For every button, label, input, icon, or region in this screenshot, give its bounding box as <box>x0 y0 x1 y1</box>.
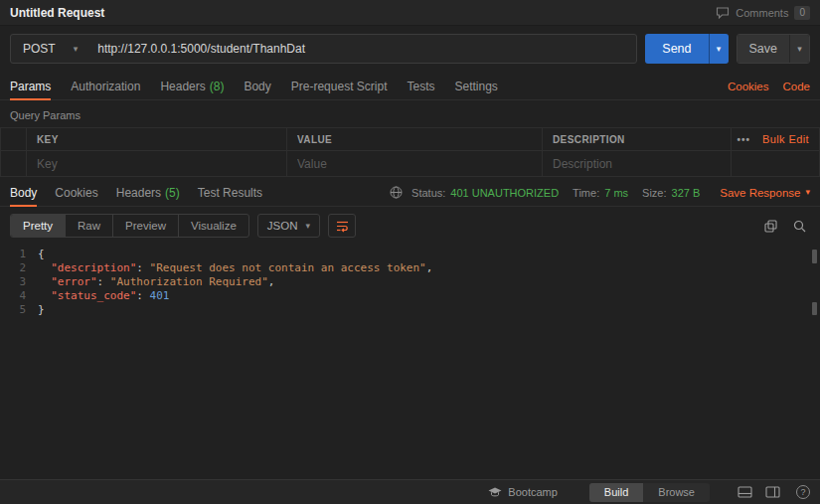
save-response-button[interactable]: Save Response ▾ <box>720 187 810 199</box>
query-params-table: KEY VALUE DESCRIPTION ••• Bulk Edit <box>0 127 820 177</box>
view-raw-tab[interactable]: Raw <box>65 215 112 237</box>
status-value: 401 UNAUTHORIZED <box>450 187 559 199</box>
line-number: 3 <box>0 275 38 289</box>
code-lines: 1{2 "description": "Request does not con… <box>0 248 820 317</box>
build-tab[interactable]: Build <box>589 483 643 502</box>
request-title-bar: Untitled Request Comments 0 <box>0 0 820 26</box>
table-header-row: KEY VALUE DESCRIPTION ••• Bulk Edit <box>1 128 820 151</box>
wrap-text-icon <box>336 220 349 233</box>
response-tab-headers[interactable]: Headers (5) <box>116 179 180 206</box>
response-tab-test-results[interactable]: Test Results <box>198 179 262 206</box>
comments-button[interactable]: Comments 0 <box>716 6 810 20</box>
headers-count: (8) <box>210 80 225 93</box>
comments-label: Comments <box>736 7 788 19</box>
chevron-down-icon: ▾ <box>805 188 810 197</box>
response-actions <box>764 220 810 233</box>
time-value: 7 ms <box>604 187 628 199</box>
code-line: 4 "status_code": 401 <box>0 289 820 303</box>
footer-icons <box>738 486 780 498</box>
comments-count-badge: 0 <box>794 6 810 20</box>
line-number: 5 <box>0 303 38 317</box>
send-button[interactable]: Send <box>645 34 708 64</box>
row-select-column-header <box>1 128 27 151</box>
code-text: "error": "Authorization Required", <box>38 275 274 289</box>
response-tab-body[interactable]: Body <box>10 179 37 206</box>
code-line: 5} <box>0 303 820 317</box>
code-line: 2 "description": "Request does not conta… <box>0 261 820 275</box>
copy-response-button[interactable] <box>764 220 777 233</box>
size-label: Size: <box>642 187 666 199</box>
line-number: 4 <box>0 289 38 303</box>
param-description-input[interactable] <box>553 157 721 171</box>
row-actions-cell <box>732 151 820 177</box>
key-column-header: KEY <box>27 128 287 151</box>
code-text: } <box>38 303 45 317</box>
format-select[interactable]: JSON ▾ <box>257 214 320 238</box>
code-link[interactable]: Code <box>783 81 811 92</box>
response-toolbar: Pretty Raw Preview Visualize JSON ▾ <box>0 207 820 245</box>
response-body-editor: 1{2 "description": "Request does not con… <box>0 245 820 479</box>
status-label: Status: <box>411 187 445 199</box>
view-pretty-tab[interactable]: Pretty <box>11 215 65 237</box>
comment-icon <box>716 7 730 19</box>
code-text: { <box>38 248 45 261</box>
tab-params[interactable]: Params <box>10 74 51 99</box>
chevron-down-icon: ▾ <box>74 45 79 54</box>
code-line: 1{ <box>0 248 820 261</box>
network-info-icon[interactable] <box>390 186 403 199</box>
save-options-button[interactable]: ▾ <box>789 35 809 63</box>
console-panel-icon[interactable] <box>738 486 752 498</box>
response-view-switcher: Pretty Raw Preview Visualize <box>10 214 249 238</box>
tab-body[interactable]: Body <box>244 74 270 99</box>
search-response-button[interactable] <box>793 220 806 233</box>
line-number: 2 <box>0 261 38 275</box>
bootcamp-button[interactable]: Bootcamp <box>488 486 558 498</box>
method-select[interactable]: POST ▾ <box>11 42 89 56</box>
send-button-group: Send ▾ <box>645 34 728 64</box>
more-actions-icon[interactable]: ••• <box>737 134 750 145</box>
two-pane-icon[interactable] <box>765 486 780 498</box>
response-headers-count: (5) <box>165 186 180 200</box>
cookies-link[interactable]: Cookies <box>728 81 769 92</box>
view-preview-tab[interactable]: Preview <box>112 215 178 237</box>
param-value-input[interactable] <box>297 157 532 171</box>
page-title: Untitled Request <box>10 6 104 20</box>
tab-headers[interactable]: Headers (8) <box>160 74 224 99</box>
size-value: 327 B <box>672 187 701 199</box>
code-line: 3 "error": "Authorization Required", <box>0 275 820 289</box>
row-select-cell <box>1 151 27 177</box>
search-icon <box>793 220 806 233</box>
request-builder: POST ▾ Send ▾ Save ▾ <box>0 26 820 74</box>
response-meta: Status: 401 UNAUTHORIZED Time: 7 ms Size… <box>390 186 810 199</box>
code-text: "description": "Request does not contain… <box>38 261 432 275</box>
copy-icon <box>764 220 777 233</box>
tab-tests[interactable]: Tests <box>407 74 434 99</box>
save-button[interactable]: Save <box>738 35 790 63</box>
param-key-input[interactable] <box>37 157 276 171</box>
request-tabs: Params Authorization Headers (8) Body Pr… <box>0 74 820 100</box>
scrollbar-thumb[interactable] <box>812 250 817 263</box>
time-label: Time: <box>573 187 599 199</box>
postman-window: Untitled Request Comments 0 POST ▾ Send … <box>0 0 820 504</box>
chevron-down-icon: ▾ <box>717 44 722 54</box>
wrap-lines-button[interactable] <box>328 214 356 238</box>
scrollbar-thumb[interactable] <box>812 302 817 315</box>
status-bar: Bootcamp Build Browse ? <box>0 479 820 504</box>
help-icon: ? <box>800 487 805 497</box>
request-links: Cookies Code <box>728 81 810 92</box>
response-tab-cookies[interactable]: Cookies <box>55 179 97 206</box>
bulk-edit-link[interactable]: Bulk Edit <box>762 133 809 145</box>
url-input[interactable] <box>89 42 636 56</box>
tab-settings[interactable]: Settings <box>455 74 498 99</box>
send-options-button[interactable]: ▾ <box>709 34 729 64</box>
help-button[interactable]: ? <box>796 485 810 499</box>
workspace-mode-switcher: Build Browse <box>589 483 710 502</box>
view-visualize-tab[interactable]: Visualize <box>178 215 248 237</box>
tab-pre-request-script[interactable]: Pre-request Script <box>291 74 388 99</box>
table-actions-header: ••• Bulk Edit <box>732 128 820 151</box>
description-column-header: DESCRIPTION <box>543 128 732 151</box>
browse-tab[interactable]: Browse <box>643 483 710 502</box>
query-params-title: Query Params <box>0 100 820 127</box>
value-column-header: VALUE <box>287 128 543 151</box>
tab-authorization[interactable]: Authorization <box>71 74 140 99</box>
